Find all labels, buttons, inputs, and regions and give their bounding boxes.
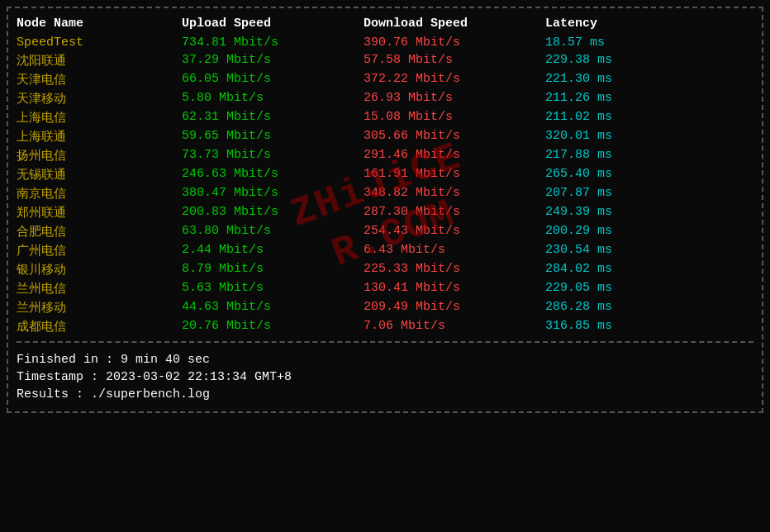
finished-value: : 9 min 40 sec [106,353,210,367]
cell-latency: 229.38 ms [545,53,711,69]
cell-download-speed: 161.91 Mbit/s [364,167,545,183]
cell-node-name: 广州电信 [17,243,182,259]
cell-download-speed: 57.58 Mbit/s [364,53,545,69]
cell-node-name: 沈阳联通 [17,53,182,69]
cell-upload-speed: 73.73 Mbit/s [182,148,364,164]
cell-latency: 316.85 ms [545,319,711,335]
table-row: 南京电信380.47 Mbit/s348.82 Mbit/s207.87 ms [17,184,753,203]
results-value: : ./superbench.log [76,387,210,401]
footer-finished: Finished in : 9 min 40 sec [17,351,753,368]
table-row: 天津电信66.05 Mbit/s372.22 Mbit/s221.30 ms [17,70,753,89]
cell-upload-speed: 5.80 Mbit/s [182,91,364,107]
cell-node-name: 扬州电信 [17,148,182,164]
cell-upload-speed: 200.83 Mbit/s [182,205,364,221]
cell-upload-speed: 734.81 Mbit/s [182,36,364,50]
cell-node-name: 合肥电信 [17,224,182,240]
cell-upload-speed: 62.31 Mbit/s [182,110,364,126]
cell-latency: 229.05 ms [545,281,711,297]
cell-upload-speed: 2.44 Mbit/s [182,243,364,259]
cell-latency: 18.57 ms [545,36,711,50]
footer-timestamp: Timestamp : 2023-03-02 22:13:34 GMT+8 [17,368,753,386]
header-upload-speed: Upload Speed [182,17,364,31]
table-row: 成都电信20.76 Mbit/s7.06 Mbit/s316.85 ms [17,317,753,336]
table-row: 天津移动5.80 Mbit/s26.93 Mbit/s211.26 ms [17,89,753,108]
cell-node-name: 天津移动 [17,91,182,107]
timestamp-value: : 2023-03-02 22:13:34 GMT+8 [91,370,292,384]
table-row: 银川移动8.79 Mbit/s225.33 Mbit/s284.02 ms [17,260,753,279]
table-row: 无锡联通246.63 Mbit/s161.91 Mbit/s265.40 ms [17,165,753,184]
cell-node-name: SpeedTest [17,36,182,50]
header-download-speed: Download Speed [364,17,545,31]
divider-1 [17,341,753,343]
cell-latency: 211.02 ms [545,110,711,126]
cell-node-name: 南京电信 [17,186,182,202]
table-row: 郑州联通200.83 Mbit/s287.30 Mbit/s249.39 ms [17,203,753,222]
cell-download-speed: 287.30 Mbit/s [364,205,545,221]
cell-download-speed: 348.82 Mbit/s [364,186,545,202]
cell-latency: 217.88 ms [545,148,711,164]
cell-upload-speed: 63.80 Mbit/s [182,224,364,240]
cell-latency: 207.87 ms [545,186,711,202]
cell-latency: 320.01 ms [545,129,711,145]
table-row: 合肥电信63.80 Mbit/s254.43 Mbit/s200.29 ms [17,222,753,241]
results-label: Results [17,387,69,401]
table-row: 扬州电信73.73 Mbit/s291.46 Mbit/s217.88 ms [17,146,753,165]
table-row: SpeedTest734.81 Mbit/s390.76 Mbit/s18.57… [17,34,753,51]
cell-upload-speed: 66.05 Mbit/s [182,72,364,88]
cell-download-speed: 26.93 Mbit/s [364,91,545,107]
footer: Finished in : 9 min 40 sec Timestamp : 2… [17,348,753,406]
cell-download-speed: 6.43 Mbit/s [364,243,545,259]
table-row: 兰州电信5.63 Mbit/s130.41 Mbit/s229.05 ms [17,279,753,298]
cell-latency: 284.02 ms [545,262,711,278]
table-body: SpeedTest734.81 Mbit/s390.76 Mbit/s18.57… [17,34,753,336]
table-row: 广州电信2.44 Mbit/s6.43 Mbit/s230.54 ms [17,241,753,260]
cell-node-name: 银川移动 [17,262,182,278]
cell-node-name: 兰州电信 [17,281,182,297]
cell-download-speed: 291.46 Mbit/s [364,148,545,164]
cell-node-name: 成都电信 [17,319,182,335]
cell-download-speed: 225.33 Mbit/s [364,262,545,278]
cell-download-speed: 372.22 Mbit/s [364,72,545,88]
cell-node-name: 兰州移动 [17,300,182,316]
cell-latency: 265.40 ms [545,167,711,183]
main-container: ZHiJiCER.COM Node Name Upload Speed Down… [7,7,763,413]
cell-download-speed: 15.08 Mbit/s [364,110,545,126]
cell-latency: 286.28 ms [545,300,711,316]
timestamp-label: Timestamp [17,370,83,384]
cell-latency: 211.26 ms [545,91,711,107]
cell-upload-speed: 37.29 Mbit/s [182,53,364,69]
cell-download-speed: 209.49 Mbit/s [364,300,545,316]
cell-upload-speed: 5.63 Mbit/s [182,281,364,297]
cell-upload-speed: 246.63 Mbit/s [182,167,364,183]
cell-download-speed: 254.43 Mbit/s [364,224,545,240]
table-header: Node Name Upload Speed Download Speed La… [17,13,753,34]
cell-node-name: 无锡联通 [17,167,182,183]
cell-upload-speed: 380.47 Mbit/s [182,186,364,202]
cell-upload-speed: 20.76 Mbit/s [182,319,364,335]
cell-download-speed: 130.41 Mbit/s [364,281,545,297]
cell-latency: 221.30 ms [545,72,711,88]
cell-latency: 230.54 ms [545,243,711,259]
cell-download-speed: 7.06 Mbit/s [364,319,545,335]
table-row: 上海联通59.65 Mbit/s305.66 Mbit/s320.01 ms [17,127,753,146]
cell-upload-speed: 8.79 Mbit/s [182,262,364,278]
cell-node-name: 上海电信 [17,110,182,126]
finished-label: Finished in [17,353,98,367]
table-row: 上海电信62.31 Mbit/s15.08 Mbit/s211.02 ms [17,108,753,127]
cell-download-speed: 305.66 Mbit/s [364,129,545,145]
cell-node-name: 上海联通 [17,129,182,145]
cell-latency: 249.39 ms [545,205,711,221]
header-latency: Latency [545,17,711,31]
cell-upload-speed: 59.65 Mbit/s [182,129,364,145]
table-row: 沈阳联通37.29 Mbit/s57.58 Mbit/s229.38 ms [17,51,753,70]
table-row: 兰州移动44.63 Mbit/s209.49 Mbit/s286.28 ms [17,298,753,317]
cell-upload-speed: 44.63 Mbit/s [182,300,364,316]
cell-download-speed: 390.76 Mbit/s [364,36,545,50]
footer-results: Results : ./superbench.log [17,386,753,403]
header-node-name: Node Name [17,17,182,31]
cell-latency: 200.29 ms [545,224,711,240]
cell-node-name: 天津电信 [17,72,182,88]
cell-node-name: 郑州联通 [17,205,182,221]
